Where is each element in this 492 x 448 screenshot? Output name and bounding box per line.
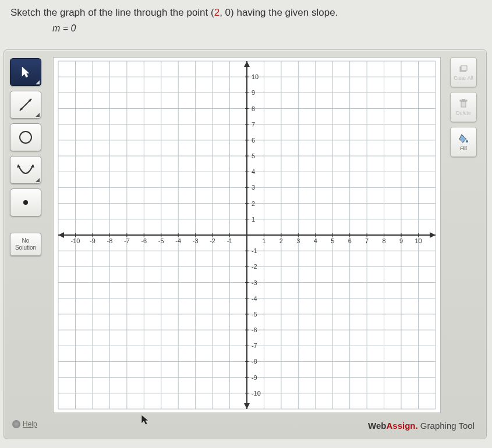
svg-marker-63 [244, 61, 250, 67]
svg-text:8: 8 [383, 237, 386, 244]
point-x-value: 2 [214, 7, 220, 18]
trash-icon [459, 99, 468, 108]
svg-text:-6: -6 [141, 237, 147, 244]
coordinate-grid: -10-9-8-7-6-5-4-3-2-112345678910-10-9-8-… [54, 58, 440, 413]
svg-text:-1: -1 [252, 247, 257, 254]
fill-button[interactable]: Fill [450, 127, 477, 157]
equation-text: m = 0 [0, 23, 492, 38]
fill-label: Fill [460, 145, 467, 151]
svg-text:4: 4 [314, 237, 317, 244]
svg-text:5: 5 [252, 152, 255, 159]
clear-all-button[interactable]: Clear All [450, 57, 477, 87]
point-tool-button[interactable] [10, 189, 41, 216]
no-solution-label-2: Solution [10, 244, 41, 251]
svg-text:-6: -6 [252, 326, 257, 333]
svg-text:2: 2 [279, 237, 283, 244]
svg-text:-4: -4 [175, 237, 181, 244]
svg-marker-64 [244, 403, 250, 409]
svg-marker-61 [430, 232, 436, 238]
question-prefix: Sketch the graph of the line through the… [10, 7, 214, 18]
svg-rect-11 [462, 99, 465, 100]
pointer-icon [20, 66, 31, 79]
svg-text:-8: -8 [252, 358, 257, 365]
svg-text:-4: -4 [252, 295, 257, 302]
svg-text:-3: -3 [193, 237, 199, 244]
svg-text:9: 9 [252, 89, 255, 96]
circle-icon [17, 129, 34, 145]
svg-text:-2: -2 [252, 263, 257, 270]
right-toolbar: Clear All Delete Fill [450, 57, 480, 157]
svg-text:-5: -5 [158, 237, 164, 244]
fill-icon [458, 133, 469, 144]
svg-text:9: 9 [399, 237, 403, 244]
brand-suffix: Graphing Tool [418, 421, 475, 431]
point-icon [22, 198, 30, 207]
svg-marker-62 [58, 232, 64, 238]
question-text: Sketch the graph of the line through the… [0, 0, 492, 23]
svg-text:-2: -2 [210, 237, 215, 244]
svg-point-3 [20, 131, 31, 143]
help-icon [12, 420, 20, 428]
svg-text:2: 2 [252, 200, 255, 207]
svg-text:4: 4 [252, 168, 255, 175]
parabola-icon [16, 162, 35, 177]
svg-text:8: 8 [252, 105, 255, 112]
clear-all-label: Clear All [454, 75, 473, 81]
svg-text:-1: -1 [227, 237, 233, 244]
svg-text:-10: -10 [252, 390, 261, 397]
svg-rect-9 [461, 101, 466, 107]
question-mid: , 0) having the given slope. [220, 7, 338, 18]
graph-area[interactable]: -10-9-8-7-6-5-4-3-2-112345678910-10-9-8-… [53, 57, 441, 413]
svg-text:-9: -9 [252, 374, 257, 381]
pointer-tool-button[interactable] [10, 58, 41, 86]
svg-text:7: 7 [252, 121, 255, 128]
parabola-tool-button[interactable] [10, 156, 41, 184]
svg-text:3: 3 [296, 237, 300, 244]
svg-point-6 [23, 200, 28, 205]
svg-text:-10: -10 [71, 237, 80, 244]
svg-text:5: 5 [331, 237, 334, 244]
line-icon [17, 96, 34, 113]
help-label: Help [23, 420, 37, 428]
circle-tool-button[interactable] [10, 123, 41, 151]
graphing-tool-panel: No Solution Clear All Delete Fi [3, 49, 487, 439]
no-solution-label-1: No [10, 237, 41, 244]
svg-text:3: 3 [252, 184, 255, 191]
cursor-icon [140, 414, 150, 426]
svg-text:-7: -7 [124, 237, 130, 244]
left-toolbar: No Solution [10, 58, 46, 256]
layers-icon [458, 64, 469, 73]
line-tool-button[interactable] [10, 91, 41, 119]
branding-text: WebAssign. Graphing Tool [368, 421, 475, 431]
brand-web: Web [368, 421, 386, 431]
svg-text:6: 6 [252, 137, 255, 144]
svg-text:10: 10 [252, 73, 259, 80]
svg-text:-8: -8 [107, 237, 113, 244]
svg-text:10: 10 [415, 237, 422, 244]
no-solution-button[interactable]: No Solution [10, 233, 41, 256]
svg-text:-3: -3 [252, 279, 257, 286]
svg-text:1: 1 [252, 216, 255, 223]
help-link[interactable]: Help [12, 420, 37, 428]
delete-label: Delete [456, 110, 471, 116]
svg-text:6: 6 [348, 237, 352, 244]
svg-text:-9: -9 [90, 237, 95, 244]
svg-text:-7: -7 [252, 342, 257, 349]
svg-text:7: 7 [365, 237, 369, 244]
svg-rect-8 [461, 66, 467, 70]
svg-text:-5: -5 [252, 311, 257, 318]
brand-assign: Assign. [387, 421, 418, 431]
svg-point-12 [466, 140, 468, 143]
delete-button[interactable]: Delete [450, 92, 477, 122]
svg-text:1: 1 [262, 237, 266, 244]
